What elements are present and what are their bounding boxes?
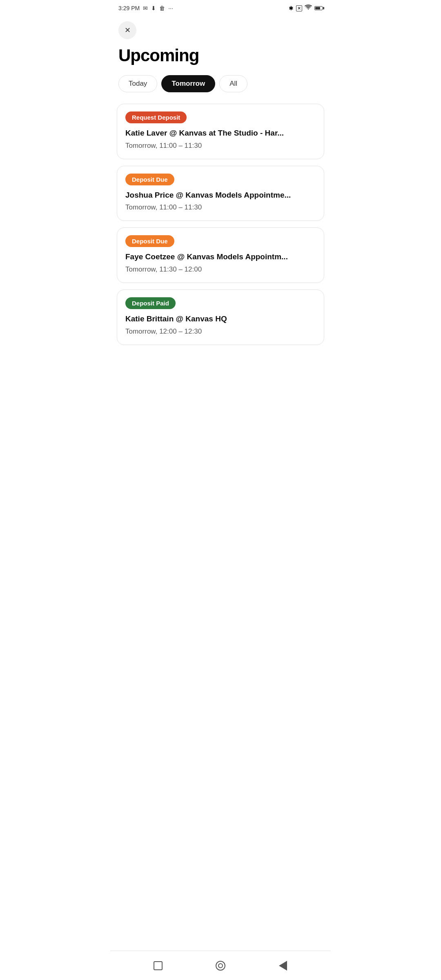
appointment-card[interactable]: Deposit Due Joshua Price @ Kanvas Models… xyxy=(117,166,324,221)
appointment-time: Tomorrow, 11:00 – 11:30 xyxy=(125,203,316,212)
appointment-name: Katie Laver @ Kanvas at The Studio - Har… xyxy=(125,128,316,138)
trash-icon: 🗑 xyxy=(159,5,165,11)
appointment-card[interactable]: Deposit Due Faye Coetzee @ Kanvas Models… xyxy=(117,227,324,283)
tab-tomorrow[interactable]: Tomorrow xyxy=(161,75,215,92)
appointments-list: Request Deposit Katie Laver @ Kanvas at … xyxy=(110,104,331,345)
status-bar: 3:29 PM ✉ ⬇ 🗑 ··· ✱ ✕ xyxy=(110,0,331,15)
appointment-time: Tomorrow, 12:00 – 12:30 xyxy=(125,327,316,336)
close-button-area: ✕ xyxy=(110,15,331,42)
status-right: ✱ ✕ xyxy=(289,4,323,12)
tab-all[interactable]: All xyxy=(219,75,247,92)
status-left: 3:29 PM ✉ ⬇ 🗑 ··· xyxy=(118,5,173,11)
status-time: 3:29 PM xyxy=(118,5,140,11)
status-badge: Request Deposit xyxy=(125,111,187,123)
status-badge: Deposit Paid xyxy=(125,297,176,309)
battery-icon xyxy=(314,6,323,10)
download-icon: ⬇ xyxy=(151,5,156,11)
more-icon: ··· xyxy=(168,5,173,11)
close-icon: ✕ xyxy=(125,26,131,35)
mail-icon: ✉ xyxy=(143,5,148,11)
appointment-card[interactable]: Deposit Paid Katie Brittain @ Kanvas HQ … xyxy=(117,290,324,345)
appointment-time: Tomorrow, 11:30 – 12:00 xyxy=(125,265,316,274)
status-badge: Deposit Due xyxy=(125,235,174,247)
close-box-icon: ✕ xyxy=(296,5,302,11)
bluetooth-icon: ✱ xyxy=(289,5,294,11)
page-title: Upcoming xyxy=(110,42,331,75)
close-button[interactable]: ✕ xyxy=(118,21,136,39)
appointment-card[interactable]: Request Deposit Katie Laver @ Kanvas at … xyxy=(117,104,324,159)
appointment-name: Katie Brittain @ Kanvas HQ xyxy=(125,314,316,324)
appointment-name: Faye Coetzee @ Kanvas Models Appointm... xyxy=(125,252,316,262)
tab-today[interactable]: Today xyxy=(118,75,157,92)
filter-tabs: Today Tomorrow All xyxy=(110,75,331,104)
appointment-name: Joshua Price @ Kanvas Models Appointme..… xyxy=(125,190,316,200)
status-badge: Deposit Due xyxy=(125,174,174,185)
wifi-icon xyxy=(305,4,312,12)
appointment-time: Tomorrow, 11:00 – 11:30 xyxy=(125,142,316,150)
